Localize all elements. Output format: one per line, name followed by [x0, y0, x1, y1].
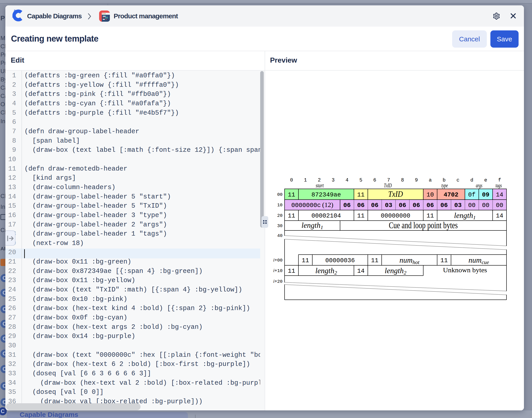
svg-text:0: 0: [290, 177, 293, 183]
svg-text:4: 4: [345, 177, 348, 183]
svg-text:6: 6: [373, 177, 376, 183]
svg-text:14: 14: [496, 212, 503, 219]
svg-text:40: 40: [277, 233, 283, 238]
svg-text:03: 03: [454, 202, 461, 209]
svg-text:i+00: i+00: [273, 257, 283, 263]
svg-text:872349ae: 872349ae: [311, 191, 341, 198]
svg-text:length2: length2: [315, 267, 337, 276]
svg-text:11: 11: [357, 212, 364, 219]
svg-text:06: 06: [412, 202, 420, 209]
svg-text:00: 00: [277, 192, 283, 197]
svg-text:i+10: i+10: [273, 268, 283, 273]
svg-text:c: c: [456, 177, 459, 183]
svg-text:00000036: 00000036: [325, 257, 355, 264]
svg-text:06: 06: [371, 202, 378, 209]
svg-text:type: type: [441, 182, 448, 189]
svg-text:14: 14: [496, 191, 503, 198]
svg-text:1: 1: [304, 177, 307, 183]
svg-text:14: 14: [357, 267, 364, 275]
svg-text:03: 03: [385, 202, 392, 209]
svg-text:11: 11: [302, 257, 309, 264]
svg-text:11: 11: [357, 191, 364, 198]
svg-text:09: 09: [482, 191, 489, 198]
svg-text:06: 06: [399, 202, 406, 209]
svg-text:00: 00: [496, 202, 503, 209]
svg-text:11: 11: [288, 267, 295, 275]
svg-text:start: start: [316, 182, 324, 189]
svg-text:4702: 4702: [444, 191, 459, 198]
svg-text:length1: length1: [454, 211, 476, 221]
svg-text:00002104: 00002104: [311, 212, 341, 219]
svg-text:30: 30: [277, 223, 283, 228]
svg-text:3: 3: [332, 177, 334, 183]
svg-text:8: 8: [401, 177, 404, 183]
svg-text:11: 11: [371, 257, 378, 264]
svg-text:06: 06: [426, 202, 434, 209]
svg-text:10: 10: [277, 203, 283, 208]
svg-text:d: d: [470, 177, 473, 183]
svg-text:06: 06: [357, 202, 364, 209]
svg-text:Unknown bytes: Unknown bytes: [443, 267, 487, 274]
svg-text:5: 5: [359, 177, 362, 183]
svg-text:11: 11: [426, 212, 434, 219]
svg-text:06: 06: [343, 202, 351, 209]
svg-text:11: 11: [288, 212, 295, 219]
svg-text:args: args: [476, 182, 482, 189]
svg-text:i+20: i+20: [273, 279, 283, 284]
svg-text:a: a: [429, 177, 432, 183]
svg-text:Cue and loop point bytes: Cue and loop point bytes: [389, 220, 458, 230]
svg-text:TxID: TxID: [384, 182, 392, 189]
svg-text:length1: length1: [302, 221, 323, 230]
svg-text:00: 00: [482, 202, 489, 209]
svg-text:20: 20: [277, 213, 283, 218]
svg-text:9: 9: [415, 177, 418, 183]
svg-text:e: e: [484, 177, 487, 183]
svg-text:00: 00: [468, 202, 475, 209]
svg-text:11: 11: [288, 191, 295, 198]
svg-text:10: 10: [426, 191, 434, 198]
svg-text:length2: length2: [385, 267, 407, 276]
svg-text:tags: tags: [496, 182, 502, 189]
svg-text:0f: 0f: [468, 191, 475, 198]
svg-text:06: 06: [440, 202, 448, 209]
svg-text:numhot: numhot: [399, 256, 420, 265]
svg-text:11: 11: [440, 257, 448, 264]
svg-text:numcue: numcue: [469, 256, 489, 265]
svg-text:00000000: 00000000: [381, 212, 410, 219]
svg-text:0000000c (12): 0000000c (12): [291, 201, 333, 209]
svg-text:TxID: TxID: [388, 190, 403, 198]
